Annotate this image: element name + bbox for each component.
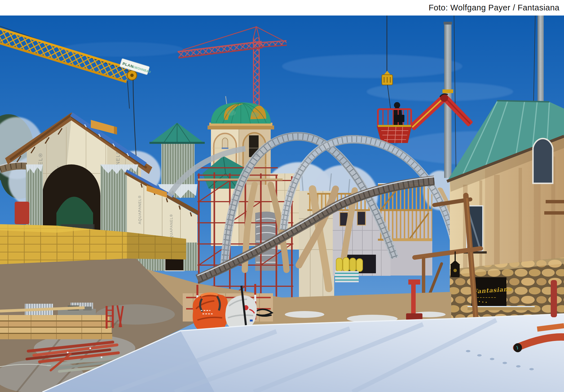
screenshot: Foto: Wolfgang Payer / Fantasiana <box>0 0 564 392</box>
red-pipe-vertical <box>551 280 557 317</box>
photo-credit: Foto: Wolfgang Payer / Fantasiana <box>429 3 564 12</box>
orange-big-bag <box>193 293 228 331</box>
red-machine <box>15 202 29 224</box>
photo-credit-bar: Foto: Wolfgang Payer / Fantasiana <box>0 0 564 16</box>
fantasiana-banner: Fantasiana <box>472 277 512 307</box>
construction-site-photo: PLAN &WOHNBAU <box>0 16 564 392</box>
tower-arched-window <box>533 138 553 183</box>
aquapanel-print: AQUAPANEL® <box>138 195 142 224</box>
insulation-rolls <box>335 257 363 282</box>
window-opening <box>357 212 365 225</box>
